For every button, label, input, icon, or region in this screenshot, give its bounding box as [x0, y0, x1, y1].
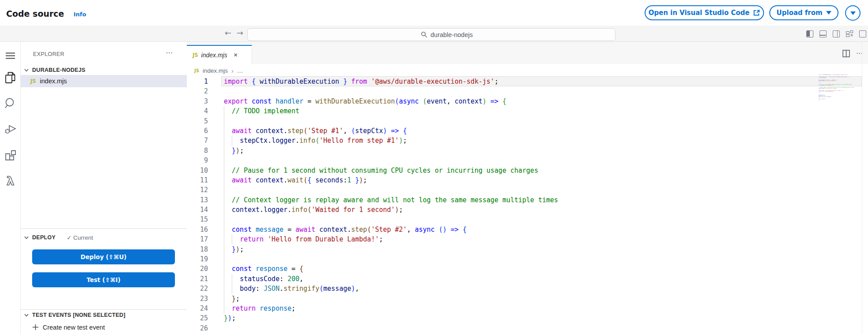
toggle-left-panel-icon[interactable]: [806, 30, 813, 37]
menu-icon[interactable]: [0, 52, 21, 59]
extensions-icon[interactable]: [0, 148, 21, 162]
chevron-down-icon: [24, 235, 29, 240]
explorer-files-icon[interactable]: [0, 71, 21, 85]
deploy-button[interactable]: Deploy (⇧⌘U): [32, 249, 175, 264]
page-title: Code source: [6, 9, 64, 19]
breadcrumb-symbol[interactable]: …: [237, 67, 243, 74]
search-text: durable-nodejs: [430, 31, 473, 38]
caret-down-icon: [826, 11, 831, 15]
nav-forward-icon[interactable]: →: [237, 28, 243, 37]
create-test-event-button[interactable]: Create new test event: [32, 322, 105, 332]
split-editor-icon[interactable]: [842, 50, 850, 57]
deploy-status-label: Current: [73, 234, 93, 241]
create-test-event-label: Create new test event: [43, 324, 105, 331]
tab-bar: [187, 42, 868, 64]
breadcrumb-separator: ›: [231, 67, 234, 74]
toggle-right-panel-icon[interactable]: [833, 30, 840, 37]
js-file-icon: JS: [193, 52, 198, 58]
line-numbers-gutter: 1234567891011121314151617181920212223242…: [187, 77, 208, 333]
plus-icon: [32, 324, 39, 330]
folder-durable-nodejs[interactable]: DURABLE-NODEJS: [24, 65, 85, 75]
test-button[interactable]: Test (⇧⌘I): [32, 272, 175, 287]
check-icon: ✓: [67, 234, 71, 241]
section-divider: [21, 309, 187, 310]
js-file-icon: JS: [30, 78, 36, 84]
tab-label: index.mjs: [201, 52, 227, 59]
test-events-section-label: TEST EVENTS [NONE SELECTED]: [32, 312, 126, 318]
activity-bar: [0, 42, 21, 334]
test-events-section-header[interactable]: TEST EVENTS [NONE SELECTED]: [24, 311, 126, 319]
run-debug-icon[interactable]: [0, 122, 21, 135]
info-link[interactable]: Info: [74, 11, 86, 18]
editor-right-border: [862, 42, 862, 334]
file-label: index.mjs: [40, 78, 67, 85]
deploy-section-label: DEPLOY: [32, 234, 56, 241]
search-sidebar-icon[interactable]: [0, 97, 21, 110]
explorer-more-actions-icon[interactable]: ⋯: [166, 48, 173, 57]
nav-back-icon[interactable]: ←: [225, 28, 231, 37]
deploy-section-header[interactable]: DEPLOY ✓ Current: [24, 233, 93, 242]
chevron-down-icon: [24, 67, 29, 73]
explorer-title: EXPLORER: [33, 51, 64, 57]
code-editor[interactable]: import { withDurableExecution } from '@a…: [224, 77, 558, 333]
command-search-input[interactable]: durable-nodejs: [247, 28, 616, 41]
customize-layout-icon[interactable]: [846, 30, 853, 37]
lambda-icon[interactable]: λ: [0, 174, 21, 188]
tab-index-mjs[interactable]: JS index.mjs ✕: [187, 45, 252, 64]
deploy-status: ✓ Current: [67, 234, 93, 241]
toggle-bottom-panel-icon[interactable]: [820, 30, 827, 37]
minimap[interactable]: import { withDurableExecution } from '@a…: [819, 74, 861, 105]
extra-panel-icon[interactable]: [859, 30, 866, 37]
folder-label: DURABLE-NODEJS: [32, 67, 85, 73]
lambda-code-source-page: Code source Info Open in Visual Studio C…: [0, 0, 868, 334]
chevron-down-icon: [24, 312, 29, 318]
close-tab-icon[interactable]: ✕: [234, 52, 238, 58]
more-actions-dropdown-button[interactable]: [845, 5, 861, 21]
search-icon: [421, 31, 427, 38]
breadcrumb: JS index.mjs › …: [194, 67, 243, 74]
caret-down-icon: [850, 11, 856, 15]
breadcrumb-file[interactable]: index.mjs: [203, 67, 228, 74]
file-index-mjs[interactable]: JS index.mjs: [21, 75, 187, 87]
upload-from-button[interactable]: Upload from: [769, 5, 838, 20]
open-in-vscode-label: Open in Visual Studio Code: [649, 9, 749, 17]
upload-from-label: Upload from: [776, 9, 822, 17]
js-file-icon: JS: [194, 68, 199, 73]
open-in-vscode-button[interactable]: Open in Visual Studio Code: [645, 5, 764, 20]
external-link-icon: [753, 9, 760, 16]
section-divider: [21, 228, 187, 229]
